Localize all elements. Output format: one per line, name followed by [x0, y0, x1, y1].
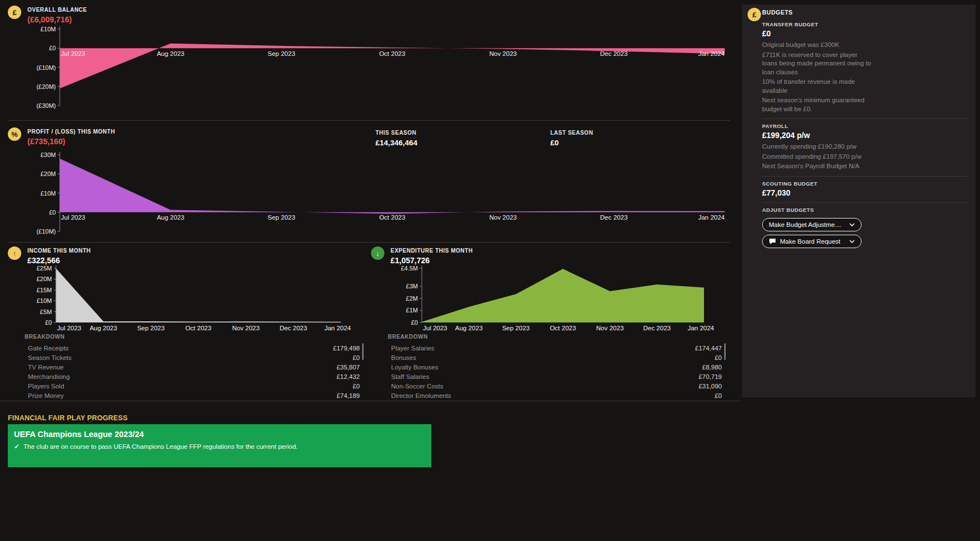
svg-text:(£30M): (£30M) [36, 102, 56, 109]
breakdown-row: Bonuses£0 [388, 353, 722, 362]
make-budget-adjustments-button[interactable]: Make Budget Adjustme… [762, 218, 862, 231]
profit-loss-header: % PROFIT / (LOSS) THIS MONTH (£735,160) [8, 127, 115, 146]
svg-text:£1M: £1M [406, 307, 418, 314]
svg-text:£10M: £10M [40, 26, 56, 32]
svg-text:Aug 2023: Aug 2023 [157, 50, 184, 57]
speech-bubble-icon [769, 238, 776, 245]
income-label: INCOME THIS MONTH [27, 246, 91, 254]
sidebar-divider [762, 202, 968, 203]
payroll-note: Currently spending £190,280 p/w [762, 143, 872, 151]
profit-loss-label: PROFIT / (LOSS) THIS MONTH [27, 127, 115, 135]
svg-text:Dec 2023: Dec 2023 [643, 325, 670, 331]
payroll-value: £199,204 p/w [762, 131, 968, 140]
overall-balance-value: (£6,009,716) [27, 15, 87, 24]
balance-icon: £ [8, 6, 21, 19]
transfer-budget-note: Next season's minimum guaranteed budget … [762, 96, 872, 113]
make-board-request-button[interactable]: Make Board Request [762, 235, 862, 248]
expenditure-chart: £4.5M£3M£2M£1M£0Jul 2023Aug 2023Sep 2023… [388, 263, 729, 334]
budgets-icon: £ [748, 8, 761, 21]
scouting-budget-value: £77,030 [762, 188, 968, 197]
breakdown-row: Loyalty Bonuses£8,980 [388, 362, 722, 372]
svg-text:£15M: £15M [36, 287, 52, 293]
transfer-budget-note: £711K is reserved to cover player loans … [762, 51, 872, 77]
svg-text:£2M: £2M [406, 295, 418, 302]
ffp-section-title: FINANCIAL FAIR PLAY PROGRESS [8, 414, 127, 422]
payroll-note: Next Season's Payroll Budget N/A [762, 162, 872, 171]
ffp-card-text: The club are on course to pass UEFA Cham… [23, 443, 298, 450]
this-season-stat: THIS SEASON £14,346,464 [375, 130, 417, 147]
last-season-label: LAST SEASON [550, 130, 593, 136]
breakdown-row: Season Tickets£0 [25, 353, 360, 362]
transfer-budget-note: Original budget was £300K [762, 41, 872, 50]
last-season-value: £0 [550, 139, 593, 147]
svg-text:£10M: £10M [40, 190, 56, 197]
section-divider [8, 242, 730, 243]
svg-text:Jul 2023: Jul 2023 [61, 214, 85, 221]
breakdown-row: Gate Receipts£179,498 [25, 343, 360, 353]
payroll-label: PAYROLL [762, 123, 968, 129]
income-chart: £25M£20M£15M£10M£5M£0Jul 2023Aug 2023Sep… [22, 263, 358, 334]
breakdown-row: TV Revenue£35,807 [25, 362, 360, 372]
svg-text:Jan 2024: Jan 2024 [698, 50, 725, 57]
svg-text:Dec 2023: Dec 2023 [600, 214, 627, 221]
svg-text:Jan 2024: Jan 2024 [698, 214, 725, 221]
breakdown-row: Staff Salaries£70,719 [388, 372, 722, 381]
svg-text:£30M: £30M [40, 151, 56, 158]
svg-text:£0: £0 [49, 209, 56, 216]
svg-text:Nov 2023: Nov 2023 [232, 325, 259, 331]
breakdown-title: BREAKDOWN [388, 334, 722, 340]
sidebar-divider [762, 176, 968, 177]
svg-text:Sep 2023: Sep 2023 [268, 50, 295, 57]
svg-text:Jan 2024: Jan 2024 [688, 325, 715, 331]
scouting-budget-label: SCOUTING BUDGET [762, 181, 968, 187]
svg-text:Sep 2023: Sep 2023 [502, 325, 530, 331]
svg-text:£0: £0 [411, 319, 418, 326]
budgets-title: BUDGETS [762, 9, 968, 16]
svg-text:Sep 2023: Sep 2023 [137, 325, 164, 331]
section-divider [8, 120, 730, 121]
svg-text:Oct 2023: Oct 2023 [550, 325, 576, 331]
breakdown-row: Director Emoluments£0 [388, 391, 722, 400]
breakdown-row: Prize Money£74,189 [25, 391, 360, 400]
expenditure-breakdown-scrollbar[interactable] [724, 343, 726, 360]
svg-text:£20M: £20M [40, 170, 56, 177]
svg-text:Jan 2024: Jan 2024 [325, 325, 351, 331]
svg-text:(£10M): (£10M) [36, 64, 56, 71]
budgets-panel: £ BUDGETS TRANSFER BUDGET £0 Original bu… [742, 4, 976, 397]
arrow-down-icon: ↓ [371, 246, 384, 260]
income-breakdown: BREAKDOWN Gate Receipts£179,498 Season T… [25, 334, 360, 400]
overall-balance-chart: £10M£0(£10M)(£20M)(£30M)Jul 2023Aug 2023… [32, 25, 730, 114]
svg-text:£5M: £5M [40, 309, 52, 315]
svg-text:Nov 2023: Nov 2023 [596, 325, 624, 331]
ffp-status-card: UEFA Champions League 2023/24 ✓ The club… [8, 424, 431, 467]
svg-text:Aug 2023: Aug 2023 [89, 325, 117, 331]
svg-text:Jul 2023: Jul 2023 [57, 325, 81, 331]
svg-text:Sep 2023: Sep 2023 [268, 214, 295, 221]
adjust-budgets-label: ADJUST BUDGETS [762, 207, 968, 213]
svg-text:£3M: £3M [406, 283, 418, 290]
svg-text:£0: £0 [49, 45, 56, 51]
check-icon: ✓ [14, 443, 20, 450]
expenditure-breakdown: BREAKDOWN Player Salaries£174,447 Bonuse… [388, 334, 722, 400]
breakdown-row: Players Sold£0 [25, 381, 360, 391]
svg-text:Jul 2023: Jul 2023 [61, 50, 85, 57]
chevron-down-icon [849, 240, 855, 243]
income-breakdown-scrollbar[interactable] [362, 343, 364, 360]
svg-text:£10M: £10M [36, 297, 52, 304]
svg-text:£20M: £20M [36, 276, 52, 282]
this-season-label: THIS SEASON [375, 130, 417, 136]
svg-text:Oct 2023: Oct 2023 [379, 214, 406, 221]
transfer-budget-label: TRANSFER BUDGET [762, 21, 968, 27]
profit-loss-chart: £30M£20M£10M£0(£10M)Jul 2023Aug 2023Sep … [32, 150, 730, 239]
svg-text:Nov 2023: Nov 2023 [489, 50, 517, 57]
breakdown-row: Player Salaries£174,447 [388, 343, 722, 353]
overall-balance-header: £ OVERALL BALANCE (£6,009,716) [8, 6, 87, 24]
svg-text:£4.5M: £4.5M [401, 265, 418, 272]
svg-text:£0: £0 [45, 319, 52, 326]
profit-loss-value: (£735,160) [27, 137, 115, 146]
arrow-up-icon: ↑ [8, 246, 21, 260]
svg-text:Jul 2023: Jul 2023 [423, 325, 447, 331]
svg-text:Nov 2023: Nov 2023 [489, 214, 517, 221]
svg-text:(£10M): (£10M) [36, 228, 56, 235]
chevron-down-icon [849, 223, 855, 226]
